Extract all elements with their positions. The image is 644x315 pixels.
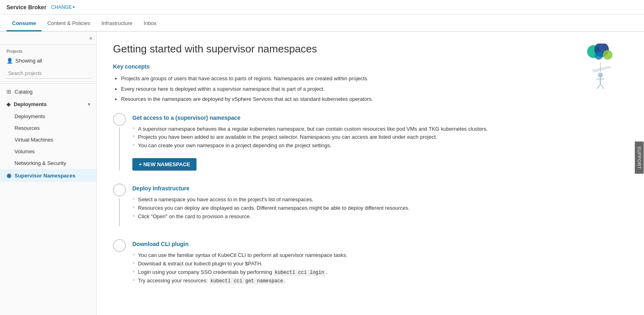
sidebar-collapse-button[interactable]: « [0, 31, 96, 45]
key-concepts-section: Key concepts Projects are groups of user… [113, 63, 628, 103]
change-button[interactable]: CHANGE ▾ [50, 4, 76, 11]
list-item: You can use the familiar syntax of KubeC… [132, 251, 628, 260]
key-concepts-title: Key concepts [113, 63, 628, 70]
new-namespace-button[interactable]: + NEW NAMESPACE [132, 158, 197, 171]
step-3-circle [113, 239, 126, 252]
step-2-list: Select a namespace you have access to in… [132, 196, 628, 221]
step-3-title: Download CLI plugin [132, 241, 628, 247]
support-tab[interactable]: SUPPORT [635, 141, 644, 173]
sidebar-item-networking-security[interactable]: Networking & Security [0, 157, 96, 169]
step-2-title: Deploy Infrastructure [132, 185, 628, 192]
chevron-down-icon: ▾ [88, 102, 90, 106]
divider [0, 83, 96, 83]
list-item: Projects are groups of users that have a… [121, 75, 628, 83]
page-title: Getting started with supervisor namespac… [113, 43, 628, 55]
list-item: Try accessing your resources: kubectl cc… [132, 277, 628, 285]
list-item: Select a namespace you have access to in… [132, 196, 628, 204]
catalog-icon: ⊞ [6, 88, 11, 95]
list-item: Projects you have been added to are avai… [132, 133, 628, 142]
svg-line-9 [600, 84, 604, 89]
top-bar: Service Broker CHANGE ▾ [0, 0, 644, 15]
step-1: Get access to a (supervisor) namespace A… [113, 113, 628, 171]
tab-content-policies[interactable]: Content & Policies [42, 20, 96, 31]
svg-line-8 [597, 84, 600, 89]
svg-point-2 [603, 50, 613, 60]
showing-all-item[interactable]: 👤 Showing all [0, 55, 96, 66]
sidebar-item-resources[interactable]: Resources [0, 122, 96, 134]
tab-consume[interactable]: Consume [6, 20, 42, 31]
sidebar-item-deployments-sub[interactable]: Deployments [0, 111, 96, 122]
step-3-list: You can use the familiar syntax of KubeC… [132, 251, 628, 285]
main-layout: « Projects 👤 Showing all ⊞ Catalog ◈ Dep… [0, 31, 644, 315]
key-concepts-list: Projects are groups of users that have a… [113, 75, 628, 103]
nav-tabs: Consume Content & Policies Infrastructur… [0, 15, 644, 31]
content-area: Getting started with supervisor namespac… [97, 31, 644, 315]
step-3: Download CLI plugin You can use the fami… [113, 239, 628, 291]
list-item: A supervisor namespace behaves like a re… [132, 125, 628, 134]
list-item: Login using your company SSO credentials… [132, 268, 628, 277]
list-item: You can create your own namespace in a p… [132, 142, 628, 150]
step-1-line [119, 127, 120, 171]
svg-marker-10 [592, 66, 612, 73]
deployments-icon: ◈ [6, 101, 10, 107]
illustration [571, 44, 620, 92]
step-2-line [119, 198, 120, 226]
sidebar-item-deployments[interactable]: ◈ Deployments ▾ [0, 98, 96, 111]
supervisor-icon: ◉ [6, 172, 11, 179]
app-title: Service Broker [6, 4, 46, 10]
svg-point-3 [595, 52, 603, 60]
svg-point-5 [598, 73, 603, 77]
tab-inbox[interactable]: Inbox [138, 20, 162, 31]
step-2: Deploy Infrastructure Select a namespace… [113, 184, 628, 226]
person-icon: 👤 [6, 58, 13, 64]
search-input[interactable] [5, 69, 92, 79]
step-1-title: Get access to a (supervisor) namespace [132, 115, 628, 121]
list-item: Click "Open" on the card to provision a … [132, 213, 628, 221]
list-item: Resources you can deploy are displayed a… [132, 204, 628, 213]
sidebar-item-catalog[interactable]: ⊞ Catalog [0, 85, 96, 98]
list-item: Every resource here is deployed within a… [121, 85, 628, 93]
step-1-list: A supervisor namespace behaves like a re… [132, 125, 628, 150]
sidebar-item-supervisor-namespaces[interactable]: ◉ Supervisor Namespaces [0, 169, 96, 182]
sidebar-item-volumes[interactable]: Volumes [0, 146, 96, 157]
list-item: Download & extract our kubectl plugin to… [132, 260, 628, 268]
projects-label: Projects [0, 45, 96, 55]
tab-infrastructure[interactable]: Infrastructure [96, 20, 138, 31]
steps-container: Get access to a (supervisor) namespace A… [113, 113, 628, 304]
list-item: Resources in the namespaces are deployed… [121, 95, 628, 103]
sidebar: « Projects 👤 Showing all ⊞ Catalog ◈ Dep… [0, 31, 97, 315]
step-1-circle [113, 113, 126, 126]
search-container [0, 66, 96, 81]
step-2-circle [113, 184, 126, 196]
chevron-down-icon: ▾ [73, 5, 75, 9]
sidebar-item-virtual-machines[interactable]: Virtual Machines [0, 134, 96, 146]
